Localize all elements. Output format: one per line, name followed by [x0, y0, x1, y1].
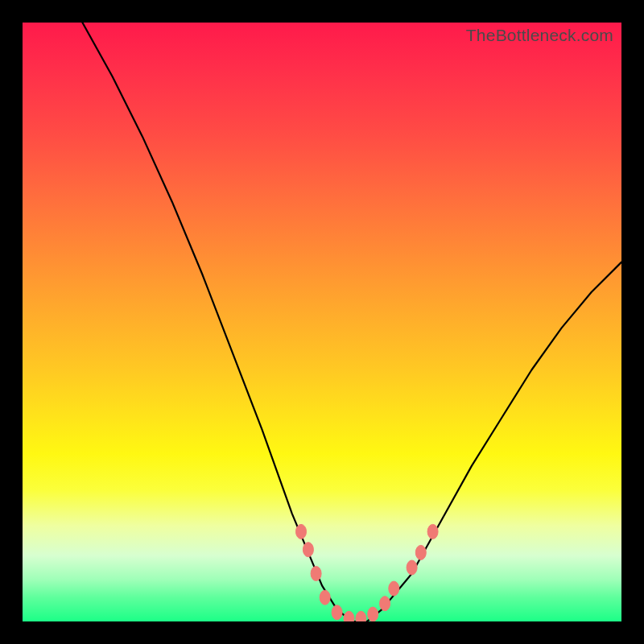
plot-area: TheBottleneck.com	[23, 23, 621, 621]
curve-bead	[407, 560, 417, 575]
curve-bead	[332, 605, 342, 620]
curve-beads	[296, 524, 439, 621]
curve-bead	[320, 590, 330, 605]
chart-frame: TheBottleneck.com	[0, 0, 644, 644]
curve-bead	[303, 543, 313, 557]
curve-bead	[344, 611, 354, 621]
curve-bead	[311, 567, 321, 581]
curve-bead	[368, 607, 378, 621]
curve-bead	[389, 581, 399, 596]
curve-bead	[296, 524, 307, 539]
curve-bead	[356, 611, 366, 621]
curve-bead	[415, 545, 426, 559]
curve-bead	[427, 524, 438, 539]
bottleneck-curve-line	[82, 23, 621, 621]
bottleneck-curve-svg	[23, 23, 621, 621]
curve-bead	[380, 597, 390, 611]
